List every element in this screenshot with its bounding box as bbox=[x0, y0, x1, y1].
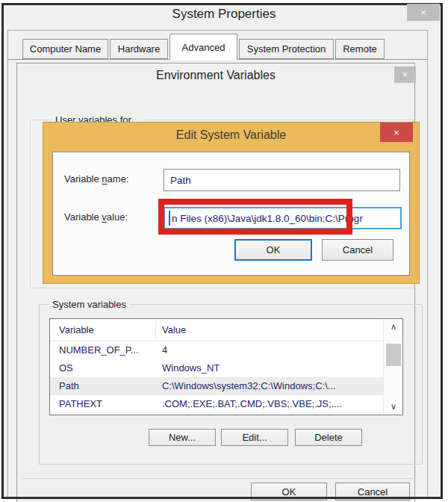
system-variables-label: System variables bbox=[49, 299, 129, 310]
row-variable: OS bbox=[59, 359, 73, 377]
scroll-down-button[interactable]: ∨ bbox=[384, 399, 403, 414]
edit-dialog-close-button[interactable]: × bbox=[380, 123, 413, 142]
tab-system-protection[interactable]: System Protection bbox=[239, 39, 334, 59]
edit-dialog-title: Edit System Variable bbox=[43, 128, 419, 142]
edit-system-variable-dialog: Edit System Variable × Variable name: Va… bbox=[43, 122, 420, 284]
environment-variables-title: Environment Variables bbox=[16, 69, 415, 82]
tab-remote[interactable]: Remote bbox=[335, 39, 385, 59]
edit-dialog-ok-button[interactable]: OK bbox=[234, 239, 312, 261]
variable-name-label: Variable name: bbox=[64, 173, 128, 185]
red-highlight-box bbox=[158, 199, 352, 235]
variable-value-label: Variable value: bbox=[64, 211, 128, 223]
row-value: .COM;.EXE;.BAT;.CMD;.VBS;.VBE;.JS;.... bbox=[162, 395, 342, 413]
row-variable: Path bbox=[59, 377, 79, 395]
new-button[interactable]: New... bbox=[149, 429, 216, 446]
tab-hardware[interactable]: Hardware bbox=[110, 39, 168, 59]
delete-button[interactable]: Delete bbox=[295, 429, 362, 446]
table-row[interactable]: OS Windows_NT bbox=[50, 359, 383, 377]
close-icon: × bbox=[393, 127, 399, 138]
window-close-button[interactable]: × bbox=[407, 4, 440, 21]
column-header-variable[interactable]: Variable bbox=[59, 324, 94, 335]
footer-separator bbox=[22, 478, 415, 479]
tab-advanced[interactable]: Advanced bbox=[169, 34, 237, 60]
window-title: System Properties bbox=[0, 7, 448, 22]
column-separator bbox=[155, 321, 156, 338]
environment-variables-close-button[interactable]: × bbox=[394, 66, 416, 83]
close-icon: × bbox=[420, 7, 426, 18]
vertical-scrollbar[interactable]: ∧ ∨ bbox=[383, 319, 402, 415]
row-value: 4 bbox=[162, 341, 167, 359]
system-variables-table: Variable Value NUMBER_OF_P... 4 OS Windo… bbox=[49, 318, 403, 415]
row-value: Windows_NT bbox=[162, 359, 220, 377]
row-variable: NUMBER_OF_P... bbox=[59, 341, 139, 359]
row-value: C:\Windows\system32;C:\Windows;C:\... bbox=[162, 377, 336, 395]
scroll-up-button[interactable]: ∧ bbox=[384, 319, 403, 334]
table-row[interactable]: NUMBER_OF_P... 4 bbox=[50, 341, 383, 359]
edit-dialog-cancel-button[interactable]: Cancel bbox=[322, 239, 393, 261]
screenshot-root: System Properties × Computer Name Hardwa… bbox=[0, 0, 448, 502]
chevron-up-icon: ∧ bbox=[391, 322, 396, 332]
scrollbar-thumb[interactable] bbox=[386, 344, 401, 366]
table-row-selected[interactable]: Path C:\Windows\system32;C:\Windows;C:\.… bbox=[50, 377, 383, 395]
table-row[interactable]: PATHEXT .COM;.EXE;.BAT;.CMD;.VBS;.VBE;.J… bbox=[50, 395, 383, 414]
chevron-down-icon: ∨ bbox=[391, 402, 396, 412]
window-bottom-border bbox=[1, 497, 443, 499]
tab-computer-name[interactable]: Computer Name bbox=[22, 39, 108, 59]
column-header-value[interactable]: Value bbox=[162, 324, 186, 335]
row-variable: PATHEXT bbox=[59, 395, 102, 413]
close-icon: × bbox=[402, 69, 408, 80]
variable-name-input[interactable] bbox=[164, 169, 400, 191]
edit-button[interactable]: Edit... bbox=[221, 429, 288, 446]
